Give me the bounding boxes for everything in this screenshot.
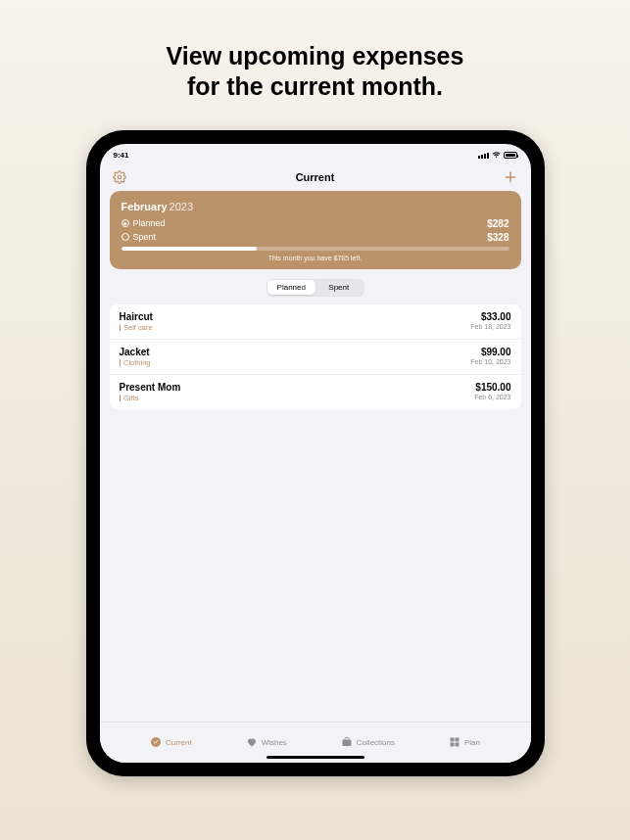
expense-category: Clothing [120, 358, 151, 367]
summary-month: February2023 [121, 201, 509, 212]
expense-amount: $150.00 [474, 382, 510, 393]
list-item[interactable]: Present Mom Gifts $150.00 Feb 6, 2023 [110, 375, 521, 409]
tab-wishes[interactable]: Wishes [246, 736, 287, 748]
expense-date: Feb 18, 2023 [470, 323, 510, 330]
wifi-icon [492, 152, 501, 159]
expense-list: Haircut Self care $33.00 Feb 18, 2023 Ja… [110, 304, 521, 409]
heart-icon [246, 736, 258, 748]
spent-value: $328 [487, 232, 509, 243]
page-title: Current [296, 171, 335, 183]
svg-point-0 [118, 175, 121, 179]
home-indicator[interactable] [267, 756, 364, 759]
tab-current[interactable]: Current [150, 736, 192, 748]
add-button[interactable] [503, 169, 518, 185]
settings-button[interactable] [112, 169, 127, 185]
status-time: 9:41 [114, 151, 129, 160]
progress-fill [121, 247, 258, 251]
planned-label: Planned [133, 218, 166, 228]
svg-rect-7 [450, 743, 454, 747]
planned-value: $282 [487, 218, 509, 229]
nav-bar: Current [100, 163, 531, 191]
status-right [478, 152, 517, 159]
tab-label: Collections [357, 738, 395, 747]
radio-unselected-icon [121, 233, 129, 241]
device-frame: 9:41 Current [86, 130, 545, 776]
tab-label: Plan [464, 738, 480, 747]
signal-icon [478, 153, 489, 159]
radio-selected-icon [121, 219, 129, 227]
expense-title: Haircut [120, 311, 153, 322]
tab-label: Wishes [262, 738, 287, 747]
tab-collections[interactable]: Collections [341, 736, 395, 748]
svg-rect-8 [455, 743, 459, 747]
segment-planned[interactable]: Planned [267, 280, 315, 295]
briefcase-icon [341, 736, 353, 748]
promo-line2: for the current month. [167, 71, 464, 102]
screen: 9:41 Current [100, 144, 531, 763]
battery-icon [504, 152, 517, 159]
segmented-control[interactable]: Planned Spent [267, 279, 364, 297]
svg-rect-6 [455, 738, 459, 742]
svg-rect-4 [342, 740, 351, 747]
summary-month-name: February [121, 201, 168, 212]
spent-label: Spent [133, 232, 157, 242]
promo-line1: View upcoming expenses [167, 41, 464, 71]
list-item[interactable]: Jacket Clothing $99.00 Feb 10, 2023 [110, 340, 521, 375]
summary-row-planned[interactable]: Planned $282 [121, 218, 509, 229]
expense-title: Present Mom [120, 382, 181, 393]
summary-card: February2023 Planned $282 Spent [110, 191, 521, 269]
content: February2023 Planned $282 Spent [100, 191, 531, 722]
expense-date: Feb 10, 2023 [470, 358, 510, 365]
expense-amount: $99.00 [470, 347, 510, 357]
summary-year: 2023 [170, 201, 193, 212]
svg-rect-5 [450, 738, 454, 742]
expense-title: Jacket [120, 347, 151, 357]
expense-amount: $33.00 [470, 311, 510, 322]
summary-row-spent[interactable]: Spent $328 [121, 232, 509, 243]
status-bar: 9:41 [100, 148, 531, 163]
list-item[interactable]: Haircut Self care $33.00 Feb 18, 2023 [110, 304, 521, 340]
expense-category: Gifts [120, 394, 181, 402]
segment-spent[interactable]: Spent [315, 280, 363, 295]
promo-title: View upcoming expenses for the current m… [167, 41, 464, 103]
expense-date: Feb 6, 2023 [474, 394, 510, 400]
tab-label: Current [166, 738, 192, 747]
expense-category: Self care [120, 323, 153, 332]
progress-note: This month you have $765 left. [121, 255, 509, 261]
grid-icon [449, 736, 460, 748]
progress-bar [121, 247, 509, 251]
checkmark-circle-icon [150, 736, 162, 748]
tab-plan[interactable]: Plan [449, 736, 480, 748]
